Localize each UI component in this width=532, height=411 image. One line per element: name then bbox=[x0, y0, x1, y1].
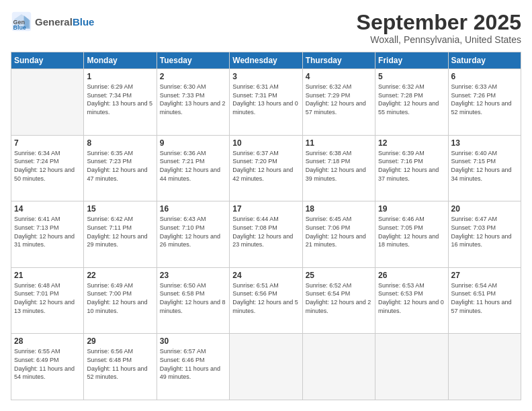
day-cell: 17Sunrise: 6:44 AMSunset: 7:08 PMDayligh… bbox=[230, 201, 302, 268]
day-cell: 30Sunrise: 6:57 AMSunset: 6:46 PMDayligh… bbox=[157, 334, 229, 400]
day-number: 10 bbox=[232, 138, 299, 148]
day-cell bbox=[448, 334, 521, 400]
page: Gen Blue GeneralBlue September 2025 Woxa… bbox=[0, 0, 532, 411]
day-number: 5 bbox=[378, 72, 445, 81]
day-number: 2 bbox=[160, 72, 226, 81]
day-number: 27 bbox=[451, 271, 518, 280]
day-number: 3 bbox=[232, 72, 299, 81]
day-number: 16 bbox=[160, 204, 226, 214]
day-info: Sunrise: 6:39 AMSunset: 7:16 PMDaylight:… bbox=[378, 149, 445, 183]
day-cell: 20Sunrise: 6:47 AMSunset: 7:03 PMDayligh… bbox=[448, 201, 521, 268]
day-info: Sunrise: 6:53 AMSunset: 6:53 PMDaylight:… bbox=[378, 281, 445, 315]
day-number: 7 bbox=[14, 138, 81, 148]
day-cell bbox=[302, 334, 375, 400]
header-row: SundayMondayTuesdayWednesdayThursdayFrid… bbox=[11, 52, 521, 69]
day-info: Sunrise: 6:34 AMSunset: 7:24 PMDaylight:… bbox=[14, 149, 81, 183]
day-number: 23 bbox=[160, 271, 226, 280]
day-cell: 27Sunrise: 6:54 AMSunset: 6:51 PMDayligh… bbox=[448, 267, 521, 334]
col-header-friday: Friday bbox=[375, 52, 448, 69]
logo-general: General bbox=[35, 16, 73, 28]
day-number: 19 bbox=[378, 204, 445, 214]
day-info: Sunrise: 6:31 AMSunset: 7:31 PMDaylight:… bbox=[232, 83, 299, 116]
week-row-5: 28Sunrise: 6:55 AMSunset: 6:49 PMDayligh… bbox=[11, 334, 521, 400]
week-row-1: 1Sunrise: 6:29 AMSunset: 7:34 PMDaylight… bbox=[11, 69, 521, 136]
calendar-table: SundayMondayTuesdayWednesdayThursdayFrid… bbox=[11, 52, 521, 400]
day-info: Sunrise: 6:43 AMSunset: 7:10 PMDaylight:… bbox=[160, 215, 226, 248]
day-cell bbox=[375, 334, 448, 400]
day-info: Sunrise: 6:52 AMSunset: 6:54 PMDaylight:… bbox=[306, 281, 372, 315]
day-cell: 29Sunrise: 6:56 AMSunset: 6:48 PMDayligh… bbox=[84, 334, 157, 400]
day-cell: 5Sunrise: 6:32 AMSunset: 7:28 PMDaylight… bbox=[375, 69, 448, 136]
day-cell bbox=[230, 334, 302, 400]
day-info: Sunrise: 6:36 AMSunset: 7:21 PMDaylight:… bbox=[160, 149, 226, 183]
location-subtitle: Woxall, Pennsylvania, United States bbox=[357, 34, 521, 45]
col-header-tuesday: Tuesday bbox=[157, 52, 229, 69]
day-cell: 11Sunrise: 6:38 AMSunset: 7:18 PMDayligh… bbox=[302, 135, 375, 201]
logo-blue: Blue bbox=[73, 16, 95, 28]
day-info: Sunrise: 6:56 AMSunset: 6:48 PMDaylight:… bbox=[87, 347, 153, 381]
week-row-2: 7Sunrise: 6:34 AMSunset: 7:24 PMDaylight… bbox=[11, 135, 521, 201]
day-cell: 10Sunrise: 6:37 AMSunset: 7:20 PMDayligh… bbox=[230, 135, 302, 201]
day-info: Sunrise: 6:33 AMSunset: 7:26 PMDaylight:… bbox=[451, 83, 518, 116]
day-cell: 26Sunrise: 6:53 AMSunset: 6:53 PMDayligh… bbox=[375, 267, 448, 334]
day-info: Sunrise: 6:50 AMSunset: 6:58 PMDaylight:… bbox=[160, 281, 226, 315]
day-info: Sunrise: 6:32 AMSunset: 7:28 PMDaylight:… bbox=[378, 83, 445, 116]
day-cell bbox=[11, 69, 84, 136]
svg-text:Blue: Blue bbox=[13, 24, 26, 31]
day-number: 30 bbox=[160, 336, 226, 346]
day-cell: 3Sunrise: 6:31 AMSunset: 7:31 PMDaylight… bbox=[230, 69, 302, 136]
day-info: Sunrise: 6:55 AMSunset: 6:49 PMDaylight:… bbox=[14, 347, 81, 381]
day-cell: 6Sunrise: 6:33 AMSunset: 7:26 PMDaylight… bbox=[448, 69, 521, 136]
day-cell: 12Sunrise: 6:39 AMSunset: 7:16 PMDayligh… bbox=[375, 135, 448, 201]
day-info: Sunrise: 6:32 AMSunset: 7:29 PMDaylight:… bbox=[306, 83, 372, 116]
day-info: Sunrise: 6:49 AMSunset: 7:00 PMDaylight:… bbox=[87, 281, 153, 315]
day-cell: 19Sunrise: 6:46 AMSunset: 7:05 PMDayligh… bbox=[375, 201, 448, 268]
month-title: September 2025 bbox=[357, 11, 521, 34]
day-info: Sunrise: 6:47 AMSunset: 7:03 PMDaylight:… bbox=[451, 215, 518, 248]
day-info: Sunrise: 6:38 AMSunset: 7:18 PMDaylight:… bbox=[306, 149, 372, 183]
col-header-monday: Monday bbox=[84, 52, 157, 69]
day-number: 26 bbox=[378, 271, 445, 280]
logo-icon: Gen Blue bbox=[11, 11, 32, 32]
day-info: Sunrise: 6:37 AMSunset: 7:20 PMDaylight:… bbox=[232, 149, 299, 183]
day-number: 14 bbox=[14, 204, 81, 214]
col-header-saturday: Saturday bbox=[448, 52, 521, 69]
day-cell: 18Sunrise: 6:45 AMSunset: 7:06 PMDayligh… bbox=[302, 201, 375, 268]
day-info: Sunrise: 6:46 AMSunset: 7:05 PMDaylight:… bbox=[378, 215, 445, 248]
day-cell: 15Sunrise: 6:42 AMSunset: 7:11 PMDayligh… bbox=[84, 201, 157, 268]
day-number: 28 bbox=[14, 336, 81, 346]
day-number: 15 bbox=[87, 204, 153, 214]
header: Gen Blue GeneralBlue September 2025 Woxa… bbox=[11, 11, 521, 45]
day-cell: 8Sunrise: 6:35 AMSunset: 7:23 PMDaylight… bbox=[84, 135, 157, 201]
day-cell: 23Sunrise: 6:50 AMSunset: 6:58 PMDayligh… bbox=[157, 267, 229, 334]
day-number: 13 bbox=[451, 138, 518, 148]
day-cell: 9Sunrise: 6:36 AMSunset: 7:21 PMDaylight… bbox=[157, 135, 229, 201]
logo: Gen Blue GeneralBlue bbox=[11, 11, 94, 32]
day-number: 17 bbox=[232, 204, 299, 214]
day-number: 21 bbox=[14, 271, 81, 280]
day-cell: 14Sunrise: 6:41 AMSunset: 7:13 PMDayligh… bbox=[11, 201, 84, 268]
day-number: 9 bbox=[160, 138, 226, 148]
day-info: Sunrise: 6:42 AMSunset: 7:11 PMDaylight:… bbox=[87, 215, 153, 248]
day-cell: 21Sunrise: 6:48 AMSunset: 7:01 PMDayligh… bbox=[11, 267, 84, 334]
day-number: 22 bbox=[87, 271, 153, 280]
day-cell: 24Sunrise: 6:51 AMSunset: 6:56 PMDayligh… bbox=[230, 267, 302, 334]
day-number: 6 bbox=[451, 72, 518, 81]
day-info: Sunrise: 6:41 AMSunset: 7:13 PMDaylight:… bbox=[14, 215, 81, 248]
day-number: 18 bbox=[306, 204, 372, 214]
col-header-thursday: Thursday bbox=[302, 52, 375, 69]
day-number: 8 bbox=[87, 138, 153, 148]
week-row-4: 21Sunrise: 6:48 AMSunset: 7:01 PMDayligh… bbox=[11, 267, 521, 334]
day-cell: 2Sunrise: 6:30 AMSunset: 7:33 PMDaylight… bbox=[157, 69, 229, 136]
day-info: Sunrise: 6:44 AMSunset: 7:08 PMDaylight:… bbox=[232, 215, 299, 248]
day-cell: 4Sunrise: 6:32 AMSunset: 7:29 PMDaylight… bbox=[302, 69, 375, 136]
day-info: Sunrise: 6:35 AMSunset: 7:23 PMDaylight:… bbox=[87, 149, 153, 183]
col-header-sunday: Sunday bbox=[11, 52, 84, 69]
day-cell: 28Sunrise: 6:55 AMSunset: 6:49 PMDayligh… bbox=[11, 334, 84, 400]
day-number: 4 bbox=[306, 72, 372, 81]
day-cell: 25Sunrise: 6:52 AMSunset: 6:54 PMDayligh… bbox=[302, 267, 375, 334]
day-cell: 22Sunrise: 6:49 AMSunset: 7:00 PMDayligh… bbox=[84, 267, 157, 334]
day-number: 12 bbox=[378, 138, 445, 148]
day-cell: 16Sunrise: 6:43 AMSunset: 7:10 PMDayligh… bbox=[157, 201, 229, 268]
day-number: 24 bbox=[232, 271, 299, 280]
